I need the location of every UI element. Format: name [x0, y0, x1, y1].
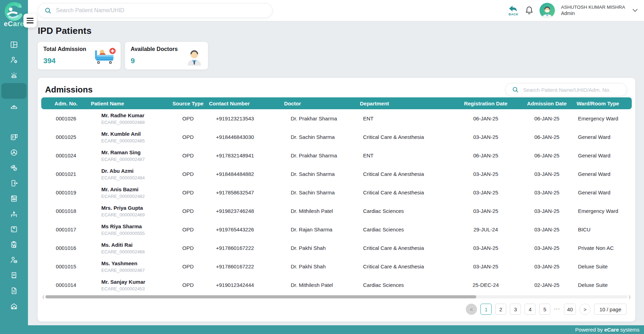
- doctor-icon: [185, 47, 204, 67]
- admission-date-cell: 03-JAN-25: [517, 220, 577, 239]
- scroll-right-icon[interactable]: ❯: [628, 295, 631, 299]
- contact-cell: +917832148941: [209, 146, 284, 165]
- doctor-cell: Dr. Pakhi Shah: [284, 257, 360, 276]
- footer-brand: eCare: [604, 327, 619, 333]
- page-button-5[interactable]: 5: [539, 304, 550, 315]
- global-search-input[interactable]: [56, 7, 266, 14]
- admission-date-cell: 06-JAN-25: [517, 109, 577, 128]
- user-avatar[interactable]: [540, 3, 555, 18]
- prev-page-button[interactable]: <: [466, 304, 477, 315]
- patient-name: Mr. Sanjay Kumar: [101, 279, 167, 285]
- sidebar-item-lab-report[interactable]: [0, 129, 28, 145]
- table-row[interactable]: 0001015Ms. YashmeenECARE_0000002467OPD+9…: [41, 257, 632, 276]
- adm-no-cell: 0001019: [41, 183, 91, 202]
- stat-card-available-doctors[interactable]: Available Doctors 9: [125, 42, 208, 69]
- table-row[interactable]: 0001016Ms. Aditi RaiECARE_0000002468OPD+…: [41, 239, 632, 257]
- stat-card-total-admission[interactable]: Total Admission 394: [38, 42, 121, 69]
- registration-date-cell: 03-JAN-25: [454, 202, 517, 220]
- admissions-search-input[interactable]: [523, 87, 620, 93]
- patient-name-cell: Ms. YashmeenECARE_0000002467: [91, 257, 167, 276]
- doctor-cell: Dr. Prakhar Sharma: [284, 109, 360, 128]
- sidebar-item-pharmacy[interactable]: [0, 160, 28, 176]
- user-role: Admin: [561, 10, 625, 17]
- admission-date-cell: 03-JAN-25: [517, 202, 577, 220]
- department-cell: Cardiac Sciences: [360, 276, 454, 294]
- patient-name-cell: Mr. Anis BazmiECARE_0000002482: [91, 183, 167, 202]
- sidebar-item-blood-bank[interactable]: [0, 191, 28, 206]
- page-button-40[interactable]: 40: [564, 304, 576, 315]
- table-row[interactable]: 0001026Mr. Radhe KumarECARE_0000002488OP…: [41, 109, 632, 128]
- user-menu[interactable]: ASHUTOSH KUMAR MISHRA Admin: [561, 5, 625, 16]
- admissions-table: Adm. No.Patient NameSource TypeContact N…: [41, 97, 632, 294]
- ward-cell: Deluxe Suite: [577, 276, 632, 294]
- doctor-cell: Dr. Sachin Sharma: [284, 165, 360, 183]
- sidebar-item-receipt[interactable]: [0, 268, 28, 283]
- bell-icon: [525, 6, 534, 15]
- sidebar-item-dashboard[interactable]: [0, 37, 28, 52]
- sidebar-item-active[interactable]: [1, 83, 27, 99]
- sidebar-item-nurse[interactable]: [0, 99, 28, 114]
- patient-name: Mrs. Priya Gupta: [101, 205, 167, 211]
- registration-date-cell: 06-JAN-25: [454, 109, 517, 128]
- scroll-left-icon[interactable]: ❮: [42, 295, 45, 299]
- ward-cell: BICU: [577, 220, 632, 239]
- page-button-3[interactable]: 3: [510, 304, 521, 315]
- table-row[interactable]: 0001024Mr. Raman SingECARE_0000002487OPD…: [41, 146, 632, 165]
- patient-name: Ms Riya Sharma: [101, 223, 167, 230]
- notifications-button[interactable]: [525, 6, 534, 15]
- contact-cell: +917860167222: [209, 239, 284, 257]
- patient-name: Ms. Yashmeen: [101, 260, 167, 267]
- registration-date-cell: 06-JAN-25: [454, 146, 517, 165]
- user-menu-chevron[interactable]: [632, 9, 638, 12]
- scrollbar-thumb[interactable]: [45, 295, 476, 298]
- patient-uhid: ECARE_0000002487: [101, 157, 167, 162]
- table-row[interactable]: 0001021Dr. Abu AzmiECARE_0000002484OPD+9…: [41, 165, 632, 183]
- adm-no-cell: 0001014: [41, 276, 91, 294]
- user-name: ASHUTOSH KUMAR MISHRA: [561, 5, 625, 10]
- sidebar-item-inventory-box[interactable]: [0, 222, 28, 237]
- sidebar-item-home[interactable]: [0, 298, 28, 314]
- contact-cell: +919823746248: [209, 202, 284, 220]
- page-button-2[interactable]: 2: [495, 304, 506, 315]
- source-type-cell: OPD: [167, 276, 209, 294]
- column-header: Adm. No.: [41, 97, 91, 109]
- source-type-cell: OPD: [167, 220, 209, 239]
- page-button-4[interactable]: 4: [524, 304, 536, 315]
- table-row[interactable]: 0001025Mr. Kumble AnilECARE_0000002485OP…: [41, 128, 632, 146]
- ward-cell: Deluxe Suite: [577, 257, 632, 276]
- footer-prefix: Powered by: [575, 327, 603, 333]
- sidebar-item-user-settings[interactable]: [0, 52, 28, 68]
- page-size-select[interactable]: 10 / page: [594, 304, 627, 315]
- table-row[interactable]: 0001014Mr. Sanjay KumarECARE_0000002453O…: [41, 276, 632, 294]
- department-cell: Critical Care & Anesthesia: [360, 239, 454, 257]
- patient-uhid: ECARE_0000002453: [101, 286, 167, 291]
- admission-date-cell: 06-JAN-25: [517, 146, 577, 165]
- table-row[interactable]: 0001017Ms Riya SharmaECARE_0000000555OPD…: [41, 220, 632, 239]
- menu-toggle-button[interactable]: [23, 14, 37, 28]
- registration-date-cell: 03-JAN-25: [454, 165, 517, 183]
- table-row[interactable]: 0001018Mrs. Priya GuptaECARE_0000002469O…: [41, 202, 632, 220]
- sidebar-item-radiology[interactable]: [0, 145, 28, 160]
- back-button[interactable]: BACK: [508, 5, 518, 16]
- registration-date-cell: 03-JAN-25: [454, 128, 517, 146]
- sidebar-item-emergency-alarm[interactable]: [0, 68, 28, 83]
- sidebar-item-hr[interactable]: HR: [0, 252, 28, 268]
- table-row[interactable]: 0001019Mr. Anis BazmiECARE_0000002482OPD…: [41, 183, 632, 202]
- patient-name-cell: Mr. Radhe KumarECARE_0000002488: [91, 109, 167, 128]
- scrollbar-track[interactable]: [45, 295, 627, 298]
- sidebar-item-locker[interactable]: [0, 176, 28, 191]
- page-title: IPD Patients: [38, 25, 635, 36]
- sidebar-item-document[interactable]: [0, 283, 28, 298]
- patient-name-cell: Mr. Sanjay KumarECARE_0000002453: [91, 276, 167, 294]
- logo-text: eCare: [4, 20, 24, 28]
- next-page-button[interactable]: >: [579, 304, 591, 315]
- sidebar-item-clipboard-stethoscope[interactable]: [0, 237, 28, 252]
- patient-name-cell: Dr. Abu AzmiECARE_0000002484: [91, 165, 167, 183]
- page-button-1[interactable]: 1: [480, 304, 492, 315]
- source-type-cell: OPD: [167, 202, 209, 220]
- doctor-cell: Dr. Sachin Sharma: [284, 183, 360, 202]
- ward-cell: Emergency Ward: [577, 202, 632, 220]
- doctor-cell: Dr. Mithilesh Patel: [284, 276, 360, 294]
- sidebar-item-operation-table[interactable]: [0, 206, 28, 222]
- footer: Powered by eCare systems: [0, 325, 644, 334]
